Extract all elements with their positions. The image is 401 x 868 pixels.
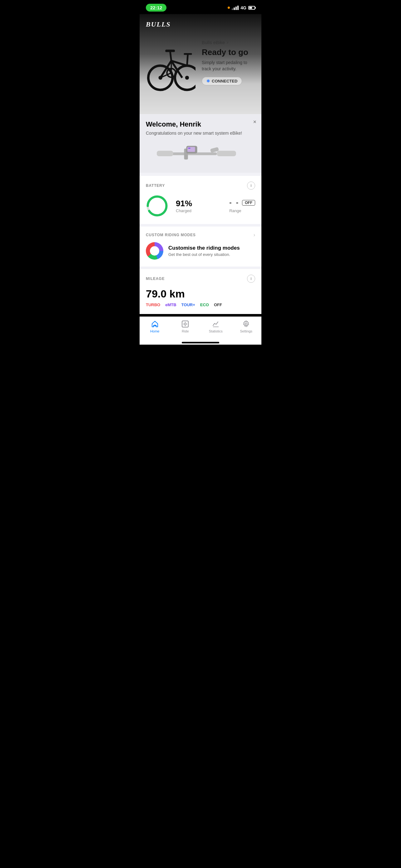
- riding-modes-text: Customise the riding modes Get the best …: [168, 245, 240, 257]
- network-label: 4G: [240, 5, 246, 10]
- riding-modes-content: Customise the riding modes Get the best …: [146, 242, 255, 260]
- home-icon: [151, 320, 159, 328]
- svg-point-3: [185, 76, 189, 80]
- welcome-title: Welcome, Henrik: [146, 120, 255, 128]
- nav-home[interactable]: Home: [140, 320, 170, 333]
- battery-card: BATTERY i 91% Charged - - OFF Range: [140, 176, 261, 224]
- svg-rect-9: [165, 50, 175, 52]
- modes-icon-inner: [150, 246, 159, 256]
- mode-tourplus-label: TOUR+: [181, 303, 195, 307]
- hero-text: Bulls eBike › Ready to go Simply start p…: [202, 40, 254, 85]
- status-bar: 22:12 4G: [140, 0, 261, 14]
- mode-off-label: OFF: [214, 303, 222, 307]
- riding-modes-title: Customise the riding modes: [168, 245, 240, 251]
- status-right: 4G: [228, 5, 255, 10]
- mileage-header: MILEAGE i: [146, 275, 255, 283]
- hero-subtitle: Simply start pedaling to track your acti…: [202, 60, 254, 72]
- nav-ride[interactable]: Ride: [170, 320, 201, 333]
- brand-link[interactable]: Bulls eBike ›: [202, 40, 254, 45]
- bottom-nav: Home Ride Statistics: [140, 316, 261, 339]
- battery-percentage-section: 91% Charged: [176, 199, 192, 213]
- hero-section: BULLS: [140, 14, 261, 114]
- nav-statistics[interactable]: Statistics: [201, 320, 231, 333]
- range-status-badge: OFF: [242, 200, 255, 206]
- close-welcome-button[interactable]: ×: [253, 119, 257, 125]
- riding-modes-section-title: CUSTOM RIDING MODES: [146, 233, 196, 237]
- time-display: 22:12: [146, 4, 166, 11]
- bike-svg: [147, 36, 196, 95]
- brand-chevron-icon: ›: [227, 40, 228, 45]
- battery-status-icon: [248, 6, 255, 10]
- battery-percentage-value: 91%: [176, 199, 192, 208]
- signal-icon: [232, 6, 239, 10]
- nav-home-label: Home: [150, 329, 159, 333]
- bike-image: [147, 36, 196, 95]
- riding-modes-icon: [146, 242, 163, 260]
- svg-point-27: [155, 325, 157, 327]
- svg-rect-21: [217, 151, 236, 156]
- riding-modes-description: Get the best out of every situation.: [168, 252, 240, 257]
- range-label: Range: [229, 208, 255, 213]
- connection-status-label: CONNECTED: [212, 79, 237, 84]
- riding-modes-card[interactable]: CUSTOM RIDING MODES › Customise the ridi…: [140, 226, 261, 267]
- mode-turbo-label: TURBO: [146, 303, 160, 307]
- welcome-subtitle: Congratulations on your new smart system…: [146, 130, 255, 136]
- nav-ride-label: Ride: [182, 329, 189, 333]
- svg-rect-19: [188, 147, 195, 152]
- svg-line-8: [170, 51, 171, 61]
- riding-modes-chevron-icon: ›: [254, 232, 255, 238]
- nav-settings-label: Settings: [240, 329, 252, 333]
- mileage-section-title: MILEAGE: [146, 277, 165, 281]
- home-indicator: [140, 339, 261, 345]
- range-dashes: - -: [229, 198, 239, 207]
- welcome-card: × Welcome, Henrik Congratulations on you…: [140, 114, 261, 173]
- svg-rect-20: [188, 148, 191, 148]
- mode-eco-label: ECO: [200, 303, 209, 307]
- riding-modes-header: CUSTOM RIDING MODES ›: [146, 232, 255, 238]
- battery-ring: [146, 195, 168, 217]
- svg-line-10: [187, 55, 188, 66]
- mileage-info-button[interactable]: i: [247, 275, 255, 283]
- home-bar: [182, 342, 219, 343]
- mileage-value: 79.0 km: [146, 288, 255, 300]
- brand-name: Bulls eBike: [202, 40, 225, 45]
- settings-icon: [242, 320, 250, 328]
- nav-statistics-label: Statistics: [209, 329, 223, 333]
- mode-emtb-label: eMTB: [165, 303, 176, 307]
- handlebar-svg: [154, 143, 247, 165]
- hero-title: Ready to go: [202, 48, 254, 57]
- svg-point-29: [184, 323, 186, 325]
- battery-section-title: BATTERY: [146, 183, 165, 188]
- battery-info-button[interactable]: i: [247, 182, 255, 190]
- svg-point-35: [245, 323, 247, 325]
- main-content: × Welcome, Henrik Congratulations on you…: [140, 114, 261, 314]
- nav-settings[interactable]: Settings: [231, 320, 262, 333]
- handlebar-illustration: [146, 142, 255, 166]
- bluetooth-icon: ✱: [206, 79, 210, 84]
- range-section: - - OFF Range: [229, 198, 255, 213]
- notification-dot: [228, 6, 230, 9]
- ride-icon: [181, 320, 189, 328]
- mileage-modes: TURBO eMTB TOUR+ ECO OFF: [146, 303, 255, 307]
- battery-header: BATTERY i: [146, 182, 255, 190]
- statistics-icon: [212, 320, 220, 328]
- battery-charged-label: Charged: [176, 208, 192, 213]
- connection-badge: ✱ CONNECTED: [202, 77, 242, 85]
- bulls-logo: BULLS: [146, 20, 171, 28]
- mileage-card: MILEAGE i 79.0 km TURBO eMTB TOUR+ ECO O…: [140, 269, 261, 314]
- svg-point-25: [148, 196, 166, 215]
- battery-content: 91% Charged - - OFF Range: [146, 195, 255, 217]
- svg-rect-23: [157, 151, 173, 156]
